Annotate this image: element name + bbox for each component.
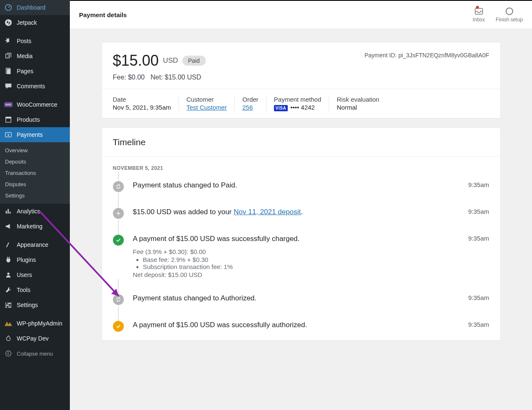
- timeline-text: Payment status changed to Paid.: [133, 181, 459, 190]
- sidebar-item-wcpay-dev[interactable]: WCPay Dev: [0, 331, 70, 346]
- sidebar-item-media[interactable]: Media: [0, 49, 70, 64]
- sidebar-item-pages[interactable]: Pages: [0, 64, 70, 79]
- pages-icon: [4, 67, 13, 75]
- svg-point-18: [6, 351, 11, 356]
- sidebar-subitem-deposits[interactable]: Deposits: [0, 156, 70, 167]
- payment-summary-card: $15.00 USD Paid Fee: $0.00 Net: $15.00 U…: [102, 43, 500, 118]
- sidebar-subitem-overview[interactable]: Overview: [0, 145, 70, 156]
- sidebar-item-tools[interactable]: Tools: [0, 282, 70, 297]
- svg-rect-4: [7, 69, 10, 74]
- users-icon: [4, 271, 13, 279]
- sidebar-item-label: Analytics: [17, 208, 40, 215]
- sidebar-item-label: Dashboard: [17, 4, 46, 11]
- timeline-heading: Timeline: [102, 128, 500, 157]
- products-icon: [4, 115, 13, 124]
- payment-amount: $15.00: [113, 52, 159, 69]
- appearance-icon: [4, 241, 13, 249]
- sidebar-item-label: Comments: [17, 83, 45, 90]
- timeline-plus-icon: [113, 208, 124, 219]
- finish-label: Finish setup: [496, 17, 523, 23]
- sidebar-item-users[interactable]: Users: [0, 267, 70, 282]
- status-badge: Paid: [182, 56, 206, 66]
- svg-point-16: [9, 305, 11, 306]
- sidebar-item-label: WP-phpMyAdmin: [17, 320, 62, 327]
- timeline-card: Timeline NOVEMBER 5, 2021 Payment status…: [102, 128, 500, 340]
- pin-icon: [4, 37, 13, 45]
- inbox-button[interactable]: Inbox: [473, 7, 485, 23]
- sidebar-item-comments[interactable]: Comments: [0, 79, 70, 94]
- sidebar-item-wp-phpmyadmin[interactable]: WP-phpMyAdmin: [0, 316, 70, 331]
- circle-icon: [505, 7, 514, 16]
- timeline-event: $15.00 USD was added to your Nov 11, 202…: [113, 208, 489, 235]
- svg-text:$: $: [8, 133, 10, 137]
- inbox-icon: [474, 7, 483, 16]
- sidebar-item-label: Products: [17, 116, 40, 123]
- dashboard-icon: [4, 3, 13, 12]
- deposit-link[interactable]: Nov 11, 2021 deposit: [233, 208, 301, 216]
- fee-breakdown: Fee (3.9% + $0.30): $0.00Base fee: 2.9% …: [133, 248, 459, 278]
- timeline-time: 9:35am: [468, 235, 489, 242]
- svg-point-20: [506, 8, 513, 15]
- order-label: Order: [242, 96, 258, 103]
- inbox-label: Inbox: [473, 17, 485, 23]
- timeline-event: A payment of $15.00 USD was successfully…: [113, 321, 489, 332]
- date-value: Nov 5, 2021, 9:35am: [113, 104, 171, 111]
- risk-label: Risk evaluation: [337, 96, 379, 103]
- finish-setup-button[interactable]: Finish setup: [496, 7, 523, 23]
- phpmyadmin-icon: [4, 319, 13, 328]
- sidebar-item-label: WooCommerce: [17, 101, 57, 108]
- collapse-label: Collapse menu: [17, 351, 53, 357]
- sidebar-item-marketing[interactable]: Marketing: [0, 219, 70, 234]
- plugins-icon: [4, 256, 13, 264]
- marketing-icon: [4, 222, 13, 231]
- sidebar-subitem-transactions[interactable]: Transactions: [0, 167, 70, 179]
- timeline-event: Payment status changed to Paid.9:35am: [113, 181, 489, 208]
- sidebar-item-label: Users: [17, 272, 32, 278]
- sidebar-item-label: Appearance: [17, 241, 49, 248]
- woo-icon: woo: [4, 100, 13, 109]
- sidebar-item-appearance[interactable]: Appearance: [0, 237, 70, 252]
- media-icon: [4, 52, 13, 60]
- timeline-event: Payment status changed to Authorized.9:3…: [113, 294, 489, 321]
- sidebar-item-label: Jetpack: [17, 19, 37, 26]
- timeline-date: NOVEMBER 5, 2021: [113, 165, 489, 171]
- timeline-sync-icon: [113, 181, 124, 192]
- sidebar-item-label: Posts: [17, 38, 31, 44]
- sidebar-item-jetpack[interactable]: Jetpack: [0, 15, 70, 30]
- pm-value: VISA•••• 4242: [274, 104, 321, 111]
- pm-label: Payment method: [274, 96, 321, 103]
- settings-icon: [4, 301, 13, 309]
- timeline-time: 9:35am: [468, 208, 489, 215]
- sidebar-item-posts[interactable]: Posts: [0, 33, 70, 49]
- sidebar-subitem-settings[interactable]: Settings: [0, 190, 70, 201]
- order-link[interactable]: 256: [242, 104, 253, 111]
- customer-link[interactable]: Test Customer: [187, 104, 227, 111]
- sidebar-item-products[interactable]: Products: [0, 112, 70, 127]
- timeline-text: A payment of $15.00 USD was successfully…: [133, 321, 459, 329]
- timeline-text: $15.00 USD was added to your Nov 11, 202…: [133, 208, 459, 216]
- svg-point-11: [7, 273, 9, 275]
- topbar: Payment details Inbox Finish setup: [70, 0, 532, 28]
- collapse-icon: [4, 349, 13, 358]
- comments-icon: [4, 82, 13, 90]
- timeline-event: A payment of $15.00 USD was successfully…: [113, 235, 489, 294]
- sidebar-item-dashboard[interactable]: Dashboard: [0, 0, 70, 15]
- sidebar-item-woocommerce[interactable]: wooWooCommerce: [0, 97, 70, 112]
- timeline-time: 9:35am: [468, 181, 489, 188]
- net-text: Net: $15.00 USD: [151, 74, 201, 81]
- svg-point-1: [5, 19, 12, 26]
- payments-icon: $: [4, 131, 13, 139]
- customer-label: Customer: [187, 96, 227, 103]
- sidebar-item-label: Settings: [17, 302, 38, 308]
- collapse-menu[interactable]: Collapse menu: [0, 346, 70, 361]
- sidebar-item-settings[interactable]: Settings: [0, 297, 70, 313]
- visa-badge: VISA: [274, 105, 288, 111]
- sidebar-item-payments[interactable]: $Payments: [0, 127, 70, 142]
- risk-value: Normal: [337, 104, 379, 111]
- sidebar-item-label: Tools: [17, 287, 31, 293]
- sidebar-item-analytics[interactable]: Analytics: [0, 204, 70, 219]
- svg-text:woo: woo: [5, 103, 11, 106]
- sidebar-subitem-disputes[interactable]: Disputes: [0, 179, 70, 190]
- sidebar-item-label: Plugins: [17, 256, 36, 263]
- sidebar-item-plugins[interactable]: Plugins: [0, 252, 70, 267]
